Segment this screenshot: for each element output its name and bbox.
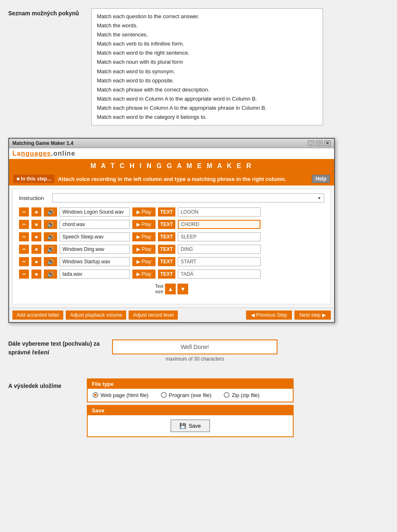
previous-step-button[interactable]: ◀ Previous Step	[246, 311, 292, 320]
radio-label: Program (exe file)	[169, 392, 211, 398]
play-button[interactable]: ▶ Play	[132, 220, 155, 229]
text-label[interactable]: TEXT	[158, 257, 175, 266]
adjust-playback-button[interactable]: Adjust playback volume	[66, 311, 126, 320]
file-type-option[interactable]: Zip (zip file)	[224, 392, 259, 398]
speaker-icon[interactable]: 🔊	[44, 270, 57, 279]
play-button[interactable]: ▶ Play	[132, 270, 155, 279]
well-done-input[interactable]: Well Done!	[112, 339, 277, 354]
ulozime-label: A výsledek uložíme	[8, 378, 74, 389]
seznam-item: Match each phrase in Column A to the app…	[97, 104, 318, 113]
adjust-record-button[interactable]: Adjust record level	[129, 311, 178, 320]
max-chars-label: maximum of 30 characters	[112, 356, 277, 362]
file-type-option[interactable]: Program (exe file)	[161, 392, 211, 398]
text-value-field[interactable]: START	[178, 257, 261, 266]
audio-filename: Windows Startup.wav	[60, 257, 130, 266]
play-button[interactable]: ▶ Play	[132, 232, 155, 241]
play-button[interactable]: ▶ Play	[132, 207, 155, 217]
radio-icon	[93, 392, 98, 398]
audio-rows-container: ✏ ■ 🔊 Windows Logon Sound.wav ▶ Play TEX…	[19, 207, 324, 279]
instruction-dropdown[interactable]: ▼	[52, 193, 324, 202]
seznam-item: Match each word to its opposite.	[97, 76, 318, 85]
minimize-button[interactable]: _	[308, 140, 314, 146]
audio-row: ✏ ■ 🔊 Speech Sleep.wav ▶ Play TEXT SLEEP	[19, 232, 324, 241]
save-area: File type Web page (html file) Program (…	[87, 378, 294, 437]
instruction-text: Attach voice recording in the left colum…	[58, 176, 286, 182]
audio-row: ✏ ■ 🔊 Windows Logon Sound.wav ▶ Play TEX…	[19, 207, 324, 217]
speaker-icon[interactable]: 🔊	[44, 207, 57, 217]
edit-icon-button[interactable]: ✏	[19, 257, 29, 266]
seznam-item: Match each word in Column A to the appro…	[97, 94, 318, 104]
section-seznam: Seznam možných pokynů Match each questio…	[8, 8, 389, 125]
seznam-item: Match each verb to its infinitive form.	[97, 39, 318, 48]
seznam-item: Match each word to the category it belon…	[97, 113, 318, 122]
text-value-field[interactable]: CHORD	[178, 220, 261, 229]
speaker-icon[interactable]: 🔊	[44, 257, 57, 266]
audio-row: ✏ ■ 🔊 tada.wav ▶ Play TEXT TADÁ	[19, 270, 324, 279]
close-button[interactable]: ✕	[324, 140, 331, 146]
next-arrow-icon: ▶	[322, 312, 326, 318]
app-bottom-toolbar: Add accented letter Adjust playback volu…	[9, 308, 334, 322]
play-button[interactable]: ▶ Play	[132, 245, 155, 254]
audio-row: ✏ ■ 🔊 Windows Startup.wav ▶ Play TEXT ST…	[19, 257, 324, 266]
text-size-up-button[interactable]: ▲	[165, 284, 176, 294]
text-value-field[interactable]: TADÁ	[178, 270, 261, 279]
file-type-header: File type	[88, 379, 293, 389]
text-value-field[interactable]: LOGON	[178, 207, 261, 217]
text-size-label: Text size	[155, 284, 163, 294]
app-content: Instruction ▼ ✏ ■ 🔊 Windows Logon Sound.…	[12, 189, 331, 304]
window-titlebar: Matching Game Maker 1.4 _ □ ✕	[9, 139, 334, 148]
in-this-step: ■ In this step...	[13, 175, 55, 183]
seznam-box: Match each question to the correct answe…	[91, 8, 323, 125]
text-value-field[interactable]: DING	[178, 245, 261, 254]
edit-icon-button[interactable]: ✏	[19, 207, 29, 217]
speaker-icon[interactable]: 🔊	[44, 245, 57, 254]
next-step-button[interactable]: Next step ▶	[294, 311, 331, 320]
app-logo: Languages.online	[12, 150, 75, 157]
audio-filename: Windows Logon Sound.wav	[60, 207, 130, 217]
text-label[interactable]: TEXT	[158, 245, 175, 254]
edit-icon-button[interactable]: ✏	[19, 270, 29, 279]
text-label[interactable]: TEXT	[158, 207, 175, 217]
add-accented-button[interactable]: Add accented letter	[12, 311, 63, 320]
delete-icon-button[interactable]: ■	[31, 270, 41, 279]
maximize-button[interactable]: □	[316, 140, 323, 146]
delete-icon-button[interactable]: ■	[31, 220, 41, 229]
text-size-down-button[interactable]: ▼	[177, 284, 188, 294]
file-type-option[interactable]: Web page (html file)	[93, 392, 148, 398]
instruction-row: Instruction ▼	[19, 193, 324, 202]
radio-label: Zip (zip file)	[232, 392, 259, 398]
text-label[interactable]: TEXT	[158, 232, 175, 241]
speaker-icon[interactable]: 🔊	[44, 220, 57, 229]
save-button[interactable]: 💾 Save	[170, 419, 210, 432]
seznam-item: Match each phrase with the correct descr…	[97, 85, 318, 94]
file-type-section: File type Web page (html file) Program (…	[87, 378, 294, 402]
seznam-item: Match the words.	[97, 21, 318, 30]
pochvalu-label: Dále vybereme text (pochvalu) za správné…	[8, 339, 100, 357]
save-section-header: Save	[88, 406, 293, 415]
text-value-field[interactable]: SLEEP	[178, 232, 261, 241]
window-title: Matching Game Maker 1.4	[12, 140, 73, 146]
section-ulozime: A výsledek uložíme File type Web page (h…	[8, 378, 389, 437]
text-size-row: Text size ▲ ▼	[19, 284, 324, 294]
delete-icon-button[interactable]: ■	[31, 245, 41, 254]
text-label[interactable]: TEXT	[158, 270, 175, 279]
edit-icon-button[interactable]: ✏	[19, 245, 29, 254]
well-done-box: Well Done! maximum of 30 characters	[112, 339, 277, 362]
save-content: 💾 Save	[88, 415, 293, 436]
audio-filename: Speech Sleep.wav	[60, 232, 130, 241]
save-section: Save 💾 Save	[87, 405, 294, 437]
radio-icon	[161, 392, 167, 398]
instruction-label: Instruction	[19, 195, 48, 201]
help-button[interactable]: Help	[312, 175, 330, 183]
delete-icon-button[interactable]: ■	[31, 257, 41, 266]
edit-icon-button[interactable]: ✏	[19, 220, 29, 229]
window-controls: _ □ ✕	[308, 140, 331, 146]
play-button[interactable]: ▶ Play	[132, 257, 155, 266]
delete-icon-button[interactable]: ■	[31, 207, 41, 217]
delete-icon-button[interactable]: ■	[31, 232, 41, 241]
edit-icon-button[interactable]: ✏	[19, 232, 29, 241]
radio-icon	[224, 392, 230, 398]
speaker-icon[interactable]: 🔊	[44, 232, 57, 241]
prev-arrow-icon: ◀	[251, 312, 255, 318]
text-label[interactable]: TEXT	[158, 220, 175, 229]
